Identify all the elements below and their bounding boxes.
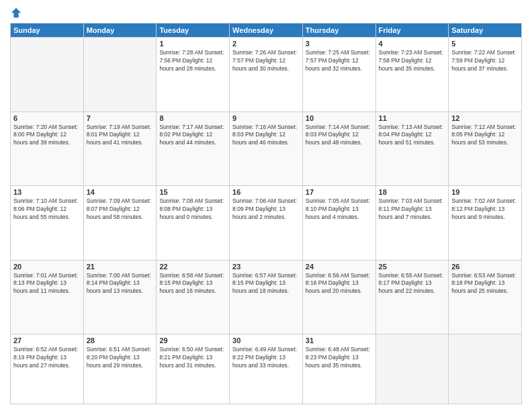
day-number: 19 xyxy=(451,188,519,196)
day-number: 21 xyxy=(87,263,154,271)
day-number: 24 xyxy=(306,263,373,271)
day-number: 2 xyxy=(232,40,300,48)
table-row: 30Sunrise: 6:49 AM Sunset: 8:22 PM Dayli… xyxy=(230,334,303,404)
day-info: Sunrise: 6:57 AM Sunset: 8:15 PM Dayligh… xyxy=(232,272,300,296)
day-info: Sunrise: 7:23 AM Sunset: 7:58 PM Dayligh… xyxy=(379,49,446,73)
table-row: 16Sunrise: 7:06 AM Sunset: 8:09 PM Dayli… xyxy=(230,186,303,261)
calendar-week-row: 6Sunrise: 7:20 AM Sunset: 8:00 PM Daylig… xyxy=(11,111,522,186)
table-row: 22Sunrise: 6:58 AM Sunset: 8:15 PM Dayli… xyxy=(157,260,230,334)
table-row: 15Sunrise: 7:08 AM Sunset: 8:08 PM Dayli… xyxy=(157,186,230,261)
day-number: 31 xyxy=(306,336,373,345)
day-info: Sunrise: 7:10 AM Sunset: 8:06 PM Dayligh… xyxy=(13,197,81,222)
calendar-header-row: Sunday Monday Tuesday Wednesday Thursday… xyxy=(11,24,522,38)
table-row xyxy=(83,38,157,112)
col-monday: Monday xyxy=(83,24,157,38)
table-row xyxy=(11,38,84,112)
day-info: Sunrise: 7:09 AM Sunset: 8:07 PM Dayligh… xyxy=(87,197,154,222)
day-info: Sunrise: 7:28 AM Sunset: 7:56 PM Dayligh… xyxy=(159,49,226,73)
day-info: Sunrise: 7:22 AM Sunset: 7:59 PM Dayligh… xyxy=(451,49,519,73)
day-info: Sunrise: 6:50 AM Sunset: 8:21 PM Dayligh… xyxy=(159,346,226,370)
day-info: Sunrise: 6:56 AM Sunset: 8:16 PM Dayligh… xyxy=(306,272,373,296)
day-number: 30 xyxy=(232,336,300,345)
day-number: 11 xyxy=(379,114,446,122)
day-info: Sunrise: 7:13 AM Sunset: 8:04 PM Dayligh… xyxy=(379,124,446,148)
table-row xyxy=(449,334,522,404)
table-row: 2Sunrise: 7:26 AM Sunset: 7:57 PM Daylig… xyxy=(230,38,303,112)
table-row: 21Sunrise: 7:00 AM Sunset: 8:14 PM Dayli… xyxy=(83,260,157,334)
col-friday: Friday xyxy=(375,24,449,38)
day-number: 10 xyxy=(306,114,373,122)
table-row: 26Sunrise: 6:53 AM Sunset: 8:18 PM Dayli… xyxy=(449,260,522,334)
table-row: 23Sunrise: 6:57 AM Sunset: 8:15 PM Dayli… xyxy=(230,260,303,334)
day-info: Sunrise: 6:48 AM Sunset: 8:23 PM Dayligh… xyxy=(306,346,373,370)
day-info: Sunrise: 7:12 AM Sunset: 8:05 PM Dayligh… xyxy=(451,124,519,148)
table-row: 24Sunrise: 6:56 AM Sunset: 8:16 PM Dayli… xyxy=(302,260,375,334)
day-number: 3 xyxy=(306,40,373,48)
day-info: Sunrise: 7:17 AM Sunset: 8:02 PM Dayligh… xyxy=(159,124,226,148)
day-number: 28 xyxy=(87,336,154,345)
day-info: Sunrise: 6:55 AM Sunset: 8:17 PM Dayligh… xyxy=(379,272,446,296)
table-row: 19Sunrise: 7:02 AM Sunset: 8:12 PM Dayli… xyxy=(449,186,522,261)
day-number: 8 xyxy=(159,114,226,122)
day-number: 6 xyxy=(13,114,81,122)
calendar-week-row: 20Sunrise: 7:01 AM Sunset: 8:13 PM Dayli… xyxy=(11,260,522,334)
day-number: 7 xyxy=(87,114,154,122)
day-info: Sunrise: 7:01 AM Sunset: 8:13 PM Dayligh… xyxy=(13,272,81,296)
table-row: 25Sunrise: 6:55 AM Sunset: 8:17 PM Dayli… xyxy=(375,260,449,334)
table-row: 4Sunrise: 7:23 AM Sunset: 7:58 PM Daylig… xyxy=(375,38,449,112)
table-row xyxy=(375,334,449,404)
calendar-week-row: 27Sunrise: 6:52 AM Sunset: 8:19 PM Dayli… xyxy=(11,334,522,404)
day-info: Sunrise: 6:49 AM Sunset: 8:22 PM Dayligh… xyxy=(232,346,300,370)
day-info: Sunrise: 7:05 AM Sunset: 8:10 PM Dayligh… xyxy=(306,197,373,222)
table-row: 20Sunrise: 7:01 AM Sunset: 8:13 PM Dayli… xyxy=(11,260,84,334)
col-saturday: Saturday xyxy=(449,24,522,38)
day-number: 1 xyxy=(159,40,226,48)
day-number: 15 xyxy=(159,188,226,196)
svg-marker-0 xyxy=(11,8,21,17)
day-info: Sunrise: 6:51 AM Sunset: 8:20 PM Dayligh… xyxy=(87,346,154,370)
table-row: 14Sunrise: 7:09 AM Sunset: 8:07 PM Dayli… xyxy=(83,186,157,261)
table-row: 11Sunrise: 7:13 AM Sunset: 8:04 PM Dayli… xyxy=(375,111,449,186)
table-row: 3Sunrise: 7:25 AM Sunset: 7:57 PM Daylig… xyxy=(302,38,375,112)
logo-icon xyxy=(10,7,22,19)
col-wednesday: Wednesday xyxy=(230,24,303,38)
table-row: 31Sunrise: 6:48 AM Sunset: 8:23 PM Dayli… xyxy=(302,334,375,404)
day-info: Sunrise: 7:06 AM Sunset: 8:09 PM Dayligh… xyxy=(232,197,300,222)
day-info: Sunrise: 7:03 AM Sunset: 8:11 PM Dayligh… xyxy=(379,197,446,222)
day-info: Sunrise: 6:58 AM Sunset: 8:15 PM Dayligh… xyxy=(159,272,226,296)
day-number: 29 xyxy=(159,336,226,345)
day-number: 18 xyxy=(379,188,446,196)
col-tuesday: Tuesday xyxy=(157,24,230,38)
day-info: Sunrise: 7:25 AM Sunset: 7:57 PM Dayligh… xyxy=(306,49,373,73)
day-info: Sunrise: 7:19 AM Sunset: 8:01 PM Dayligh… xyxy=(87,124,154,148)
col-thursday: Thursday xyxy=(302,24,375,38)
calendar-week-row: 13Sunrise: 7:10 AM Sunset: 8:06 PM Dayli… xyxy=(11,186,522,261)
table-row: 9Sunrise: 7:16 AM Sunset: 8:03 PM Daylig… xyxy=(230,111,303,186)
day-info: Sunrise: 7:20 AM Sunset: 8:00 PM Dayligh… xyxy=(13,124,81,148)
day-info: Sunrise: 7:00 AM Sunset: 8:14 PM Dayligh… xyxy=(87,272,154,296)
day-info: Sunrise: 6:52 AM Sunset: 8:19 PM Dayligh… xyxy=(13,346,81,370)
day-number: 27 xyxy=(13,336,81,345)
day-number: 26 xyxy=(451,263,519,271)
calendar-body: 1Sunrise: 7:28 AM Sunset: 7:56 PM Daylig… xyxy=(11,38,522,404)
header xyxy=(10,7,522,19)
day-number: 5 xyxy=(451,40,519,48)
table-row: 6Sunrise: 7:20 AM Sunset: 8:00 PM Daylig… xyxy=(11,111,84,186)
day-number: 25 xyxy=(379,263,446,271)
logo xyxy=(10,7,24,19)
day-number: 13 xyxy=(13,188,81,196)
page: Sunday Monday Tuesday Wednesday Thursday… xyxy=(0,0,532,411)
day-number: 9 xyxy=(232,114,300,122)
day-number: 12 xyxy=(451,114,519,122)
calendar-week-row: 1Sunrise: 7:28 AM Sunset: 7:56 PM Daylig… xyxy=(11,38,522,112)
table-row: 27Sunrise: 6:52 AM Sunset: 8:19 PM Dayli… xyxy=(11,334,84,404)
table-row: 8Sunrise: 7:17 AM Sunset: 8:02 PM Daylig… xyxy=(157,111,230,186)
day-number: 4 xyxy=(379,40,446,48)
table-row: 5Sunrise: 7:22 AM Sunset: 7:59 PM Daylig… xyxy=(449,38,522,112)
day-info: Sunrise: 7:16 AM Sunset: 8:03 PM Dayligh… xyxy=(232,124,300,148)
day-info: Sunrise: 7:02 AM Sunset: 8:12 PM Dayligh… xyxy=(451,197,519,222)
day-number: 22 xyxy=(159,263,226,271)
table-row: 13Sunrise: 7:10 AM Sunset: 8:06 PM Dayli… xyxy=(11,186,84,261)
day-number: 23 xyxy=(232,263,300,271)
day-number: 16 xyxy=(232,188,300,196)
